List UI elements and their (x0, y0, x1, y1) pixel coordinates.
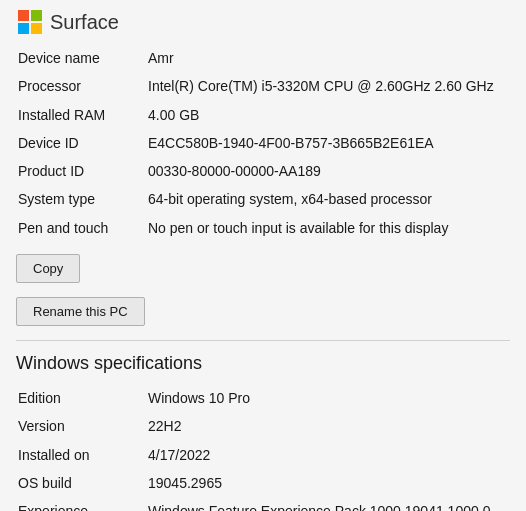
copy-button[interactable]: Copy (16, 254, 80, 283)
svg-rect-1 (31, 10, 42, 21)
spec-label: Installed RAM (16, 101, 146, 129)
win-spec-value: 4/17/2022 (146, 441, 510, 469)
svg-rect-0 (18, 10, 29, 21)
windows-spec-row: Edition Windows 10 Pro (16, 384, 510, 412)
device-specs-table: Device name Amr Processor Intel(R) Core(… (16, 44, 510, 242)
win-spec-value: Windows Feature Experience Pack 1000.190… (146, 497, 510, 511)
spec-value: 4.00 GB (146, 101, 510, 129)
win-spec-label: Experience (16, 497, 146, 511)
svg-rect-2 (18, 23, 29, 34)
windows-spec-row: OS build 19045.2965 (16, 469, 510, 497)
windows-spec-row: Installed on 4/17/2022 (16, 441, 510, 469)
spec-value: 00330-80000-00000-AA189 (146, 157, 510, 185)
spec-value: No pen or touch input is available for t… (146, 214, 510, 242)
svg-rect-3 (31, 23, 42, 34)
spec-label: Pen and touch (16, 214, 146, 242)
button-row: Copy (16, 254, 510, 283)
rename-button-row: Rename this PC (16, 297, 510, 326)
windows-specs-table: Edition Windows 10 Pro Version 22H2 Inst… (16, 384, 510, 511)
spec-label: Device ID (16, 129, 146, 157)
windows-spec-title: Windows specifications (16, 353, 510, 374)
device-spec-row: Device name Amr (16, 44, 510, 72)
win-spec-label: OS build (16, 469, 146, 497)
device-spec-row: Pen and touch No pen or touch input is a… (16, 214, 510, 242)
device-spec-row: Installed RAM 4.00 GB (16, 101, 510, 129)
win-spec-value: Windows 10 Pro (146, 384, 510, 412)
device-spec-row: Processor Intel(R) Core(TM) i5-3320M CPU… (16, 72, 510, 100)
windows-spec-row: Version 22H2 (16, 412, 510, 440)
windows-logo-icon (16, 8, 44, 36)
device-spec-row: System type 64-bit operating system, x64… (16, 185, 510, 213)
spec-value: Amr (146, 44, 510, 72)
win-spec-value: 19045.2965 (146, 469, 510, 497)
win-spec-value: 22H2 (146, 412, 510, 440)
section-divider (16, 340, 510, 341)
spec-label: Product ID (16, 157, 146, 185)
spec-value: Intel(R) Core(TM) i5-3320M CPU @ 2.60GHz… (146, 72, 510, 100)
logo-area: Surface (16, 8, 510, 36)
device-spec-row: Product ID 00330-80000-00000-AA189 (16, 157, 510, 185)
rename-pc-button[interactable]: Rename this PC (16, 297, 145, 326)
windows-spec-row: Experience Windows Feature Experience Pa… (16, 497, 510, 511)
spec-value: E4CC580B-1940-4F00-B757-3B665B2E61EA (146, 129, 510, 157)
win-spec-label: Edition (16, 384, 146, 412)
spec-value: 64-bit operating system, x64-based proce… (146, 185, 510, 213)
logo-text: Surface (50, 11, 119, 34)
win-spec-label: Installed on (16, 441, 146, 469)
win-spec-label: Version (16, 412, 146, 440)
spec-label: Device name (16, 44, 146, 72)
spec-label: Processor (16, 72, 146, 100)
spec-label: System type (16, 185, 146, 213)
device-spec-row: Device ID E4CC580B-1940-4F00-B757-3B665B… (16, 129, 510, 157)
